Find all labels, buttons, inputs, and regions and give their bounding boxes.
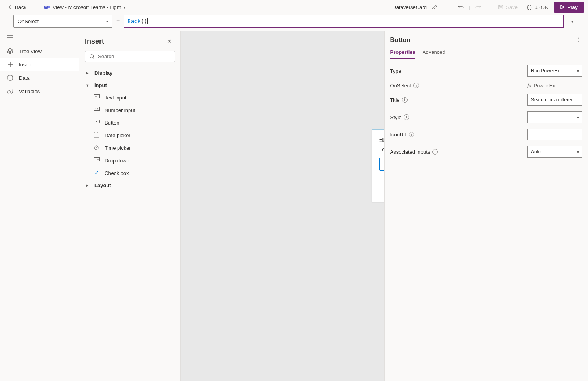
card-preview[interactable]: =LookUp(account, 'Account Name' = Entere… [372,129,384,202]
save-icon [498,4,503,10]
chevron-down-icon: ▾ [577,115,579,120]
insert-item-date-picker[interactable]: Date picker [85,129,175,142]
chevron-right-icon: ▸ [86,71,91,75]
prop-label: OnSelect [390,83,411,88]
property-selector[interactable]: OnSelect ▾ [13,15,112,28]
insert-search-input[interactable] [98,53,171,59]
insert-panel: Insert ✕ ▸ Display ▾ Input Text input [79,31,181,381]
insert-item-label: Button [105,120,119,126]
category-label: Display [94,70,112,76]
chevron-down-icon: ▾ [106,19,108,24]
insert-item-checkbox[interactable]: Check box [85,167,175,179]
database-icon [7,75,13,81]
tab-properties[interactable]: Properties [390,46,415,59]
prop-label: Associated inputs [390,149,430,155]
canvas[interactable]: =LookUp(account, 'Account Name' = Entere… [181,31,384,381]
insert-panel-title: Insert [85,37,104,46]
insert-item-label: Drop down [105,158,129,164]
category-input[interactable]: ▾ Input [85,79,175,91]
braces-icon: {} [526,4,533,10]
back-button[interactable]: Back [4,3,29,12]
close-panel-button[interactable]: ✕ [164,36,175,47]
insert-item-label: Check box [105,170,129,176]
left-nav: Tree View Insert Data (x) Variables [0,31,79,381]
insert-item-time-picker[interactable]: Time picker [85,142,175,154]
dropdown-icon [94,157,100,164]
formula-bar: OnSelect ▾ = Back() ▾ [0,14,588,31]
onselect-powerfx-link[interactable]: fxPower Fx [527,82,582,88]
chevron-down-icon: ▾ [577,69,579,73]
formula-input[interactable]: Back() [124,15,564,28]
calendar-icon [94,132,100,138]
info-icon[interactable]: i [404,114,409,120]
variable-icon: (x) [7,88,13,94]
property-selector-value: OnSelect [18,18,39,24]
undo-button[interactable] [456,2,467,13]
play-label: Play [567,4,578,10]
title-input[interactable]: Search for a different account [527,94,582,106]
card-text[interactable]: LookUp(account, 'Account Name' = Entered… [379,146,384,152]
save-button[interactable]: Save [495,3,521,12]
nav-item-variables[interactable]: (x) Variables [0,85,79,98]
associated-inputs-select[interactable]: Auto▾ [527,146,582,158]
svg-rect-10 [94,133,99,137]
nav-item-data[interactable]: Data [0,71,79,85]
edit-name-button[interactable] [429,2,440,13]
nav-toggle-button[interactable] [0,31,79,44]
properties-panel-title: Button [390,37,411,44]
view-switcher[interactable]: T View - Microsoft Teams - Light ▾ [41,2,129,12]
insert-item-button[interactable]: Button [85,116,175,129]
text-cursor [147,18,148,24]
prop-label: Title [390,97,400,103]
card-action-button[interactable]: Search for a different account [379,158,384,171]
textinput-icon [94,94,100,101]
chevron-right-icon[interactable]: 〉 [577,37,582,44]
tab-advanced[interactable]: Advanced [423,46,445,59]
expand-formula-button[interactable]: ▾ [568,19,577,24]
info-icon[interactable]: i [413,83,419,88]
search-icon [89,54,95,59]
iconurl-input[interactable] [527,129,582,140]
json-label: JSON [535,4,549,10]
chevron-right-icon: ▸ [86,183,91,188]
separator [450,3,450,11]
info-icon[interactable]: i [409,132,414,137]
redo-button[interactable] [472,2,483,13]
category-display[interactable]: ▸ Display [85,67,175,79]
numberinput-icon: 12 [94,107,100,113]
svg-rect-1 [48,6,50,8]
plus-icon [7,61,13,68]
insert-item-number-input[interactable]: 12 Number input [85,104,175,116]
prop-row-associated-inputs: Associated inputsi Auto▾ [390,146,583,158]
play-button[interactable]: Play [554,2,584,13]
svg-rect-13 [94,170,99,175]
chevron-down-icon: ▾ [86,83,91,87]
nav-label: Insert [19,62,32,68]
prop-row-iconurl: IconUrli [390,129,583,140]
info-icon[interactable]: i [402,97,408,103]
insert-item-dropdown[interactable]: Drop down [85,154,175,167]
svg-point-4 [90,54,94,58]
view-label: View - Microsoft Teams - Light [53,4,121,10]
nav-item-insert[interactable]: Insert [0,58,79,71]
style-select[interactable]: ▾ [527,111,582,123]
insert-item-label: Date picker [105,133,130,138]
nav-label: Tree View [19,48,42,54]
insert-search[interactable] [85,51,175,62]
type-select[interactable]: Run PowerFx▾ [527,65,582,77]
prop-label: Style [390,114,402,120]
insert-item-label: Text input [105,95,127,101]
category-layout[interactable]: ▸ Layout [85,179,175,191]
equals-sign: = [116,18,120,25]
save-label: Save [506,4,518,10]
nav-item-tree-view[interactable]: Tree View [0,44,79,58]
info-icon[interactable]: i [432,149,438,155]
formula-args: () [141,18,147,24]
fx-icon: fx [527,82,531,88]
prop-row-style: Stylei ▾ [390,111,583,123]
insert-item-label: Time picker [105,145,131,151]
card-text-bold[interactable]: =LookUp(account, 'Account Name' = Entere… [379,137,384,143]
insert-item-text-input[interactable]: Text input [85,91,175,104]
json-button[interactable]: {} JSON [523,3,551,12]
back-label: Back [15,4,26,10]
